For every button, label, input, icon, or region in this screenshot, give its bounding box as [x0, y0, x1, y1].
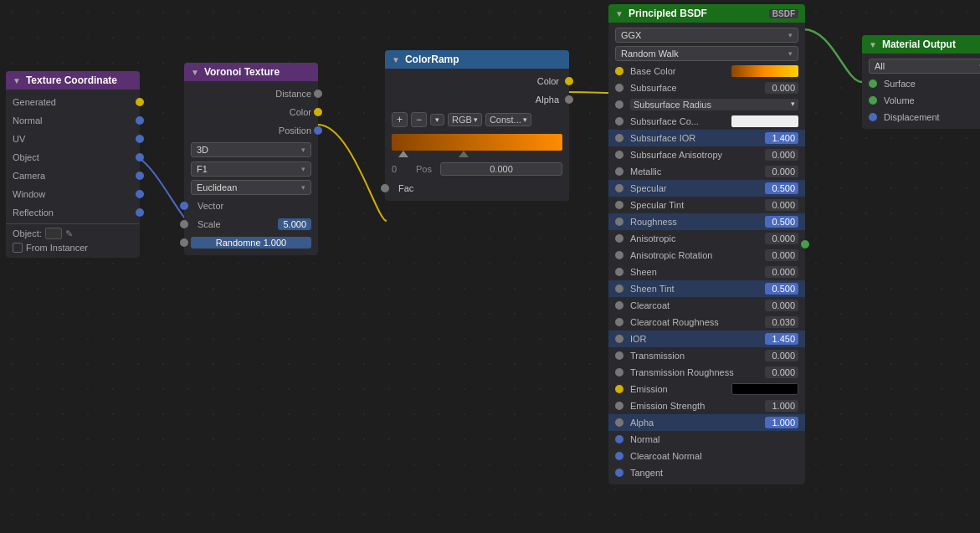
- uv-socket[interactable]: [136, 135, 144, 143]
- displacement-socket[interactable]: [869, 113, 877, 121]
- voronoi-collapse-icon[interactable]: ▼: [191, 68, 199, 77]
- pos-value-field[interactable]: 0.000: [440, 162, 562, 176]
- distance-socket[interactable]: [314, 90, 322, 98]
- pbsdf-tangent-row: Tangent: [608, 464, 805, 481]
- distribution-dropdown[interactable]: GGX ▾: [615, 28, 798, 43]
- subsurface-color-swatch[interactable]: [731, 115, 798, 127]
- clearcoat-socket[interactable]: [615, 301, 623, 310]
- randomne-socket[interactable]: [180, 238, 188, 247]
- fac-socket[interactable]: [381, 184, 389, 192]
- subsurface-ior-value[interactable]: 1.400: [765, 132, 798, 144]
- subsurface-aniso-socket[interactable]: [615, 151, 623, 159]
- transmission-value[interactable]: 0.000: [765, 350, 798, 361]
- vector-socket[interactable]: [180, 202, 188, 210]
- subsurface-color-socket[interactable]: [615, 117, 623, 126]
- principled-header[interactable]: ▼ Principled BSDF BSDF: [608, 4, 805, 23]
- subsurface-socket[interactable]: [615, 84, 623, 92]
- subsurface-method-dropdown[interactable]: Random Walk ▾: [615, 46, 798, 61]
- gradient-bar[interactable]: [392, 134, 562, 151]
- sheen-socket[interactable]: [615, 268, 623, 276]
- sheen-value[interactable]: 0.000: [765, 266, 798, 278]
- gradient-stop-left[interactable]: [398, 151, 408, 157]
- object-box[interactable]: [45, 228, 62, 239]
- object-socket[interactable]: [136, 153, 144, 161]
- subsurface-ior-socket[interactable]: [615, 134, 623, 142]
- specular-socket[interactable]: [615, 184, 623, 192]
- normal-input-socket[interactable]: [615, 435, 623, 443]
- more-button[interactable]: ▾: [430, 114, 444, 126]
- subsurface-value[interactable]: 0.000: [765, 82, 798, 94]
- reflection-socket[interactable]: [136, 208, 144, 217]
- material-output-all-dropdown[interactable]: All ▾: [869, 59, 980, 74]
- roughness-socket[interactable]: [615, 218, 623, 226]
- base-color-input-socket[interactable]: [615, 67, 623, 75]
- remove-stop-button[interactable]: −: [411, 112, 427, 127]
- ior-socket[interactable]: [615, 335, 623, 343]
- base-color-swatch[interactable]: [731, 65, 798, 77]
- surface-socket[interactable]: [869, 79, 877, 88]
- sheen-tint-value[interactable]: 0.500: [765, 283, 798, 295]
- dropdown-euclidean[interactable]: Euclidean ▾: [191, 180, 311, 195]
- clearcoat-roughness-socket[interactable]: [615, 318, 623, 326]
- gradient-stop-mid[interactable]: [459, 151, 469, 157]
- subsurface-aniso-value[interactable]: 0.000: [765, 149, 798, 161]
- position-socket[interactable]: [314, 126, 322, 135]
- eyedropper-icon[interactable]: ✎: [65, 228, 73, 239]
- clearcoat-value[interactable]: 0.000: [765, 300, 798, 311]
- colorramp-collapse-icon[interactable]: ▼: [392, 55, 400, 64]
- scale-socket[interactable]: [180, 220, 188, 228]
- colorramp-header[interactable]: ▼ ColorRamp: [385, 50, 569, 69]
- interp-dropdown[interactable]: Const... ▾: [485, 113, 531, 126]
- from-instancer-checkbox[interactable]: [13, 243, 23, 253]
- ior-value[interactable]: 1.450: [765, 333, 798, 345]
- add-stop-button[interactable]: +: [392, 112, 408, 127]
- anisotropic-rotation-value[interactable]: 0.000: [765, 249, 798, 261]
- material-output-header[interactable]: ▼ Material Output: [862, 35, 980, 54]
- emission-socket[interactable]: [615, 385, 623, 393]
- collapse-icon[interactable]: ▼: [13, 76, 21, 85]
- window-socket[interactable]: [136, 190, 144, 198]
- randomne-value[interactable]: Randomne 1.000: [191, 237, 311, 249]
- generated-socket[interactable]: [136, 98, 144, 106]
- texture-coordinate-header[interactable]: ▼ Texture Coordinate: [6, 71, 140, 90]
- pbsdf-ior-row: IOR 1.450: [608, 331, 805, 347]
- specular-value[interactable]: 0.500: [765, 182, 798, 194]
- camera-socket[interactable]: [136, 172, 144, 180]
- colorramp-color-socket[interactable]: [565, 77, 573, 85]
- specular-tint-value[interactable]: 0.000: [765, 199, 798, 211]
- transmission-socket[interactable]: [615, 351, 623, 360]
- tangent-socket[interactable]: [615, 469, 623, 477]
- anisotropic-socket[interactable]: [615, 234, 623, 243]
- volume-socket[interactable]: [869, 96, 877, 105]
- sheen-tint-socket[interactable]: [615, 284, 623, 293]
- transmission-roughness-socket[interactable]: [615, 368, 623, 377]
- anisotropic-rotation-socket[interactable]: [615, 251, 623, 259]
- metallic-value[interactable]: 0.000: [765, 166, 798, 177]
- position-label: Position: [191, 126, 311, 136]
- rgb-dropdown[interactable]: RGB ▾: [448, 113, 482, 126]
- pbsdf-clearcoat-roughness-row: Clearcoat Roughness 0.030: [608, 314, 805, 331]
- voronoi-color-socket[interactable]: [314, 108, 322, 116]
- emission-swatch[interactable]: [731, 383, 798, 395]
- clearcoat-roughness-value[interactable]: 0.030: [765, 316, 798, 328]
- clearcoat-normal-socket[interactable]: [615, 452, 623, 460]
- dropdown-3d[interactable]: 3D ▾: [191, 142, 311, 157]
- roughness-value[interactable]: 0.500: [765, 216, 798, 228]
- specular-tint-socket[interactable]: [615, 201, 623, 209]
- colorramp-alpha-socket[interactable]: [565, 95, 573, 104]
- subsurface-radius-socket[interactable]: [615, 100, 623, 109]
- anisotropic-value[interactable]: 0.000: [765, 233, 798, 244]
- alpha-value[interactable]: 1.000: [765, 417, 798, 428]
- voronoi-header[interactable]: ▼ Voronoi Texture: [184, 63, 318, 81]
- transmission-roughness-value[interactable]: 0.000: [765, 366, 798, 378]
- scale-value[interactable]: 5.000: [278, 218, 311, 230]
- normal-socket[interactable]: [136, 116, 144, 125]
- dropdown-f1[interactable]: F1 ▾: [191, 161, 311, 177]
- alpha-socket[interactable]: [615, 418, 623, 427]
- metallic-socket[interactable]: [615, 167, 623, 176]
- emission-strength-value[interactable]: 1.000: [765, 400, 798, 412]
- principled-collapse-icon[interactable]: ▼: [615, 9, 623, 18]
- material-output-collapse-icon[interactable]: ▼: [869, 40, 877, 49]
- emission-strength-socket[interactable]: [615, 402, 623, 410]
- subsurface-radius-dropdown[interactable]: Subsurface Radius ▾: [630, 99, 798, 110]
